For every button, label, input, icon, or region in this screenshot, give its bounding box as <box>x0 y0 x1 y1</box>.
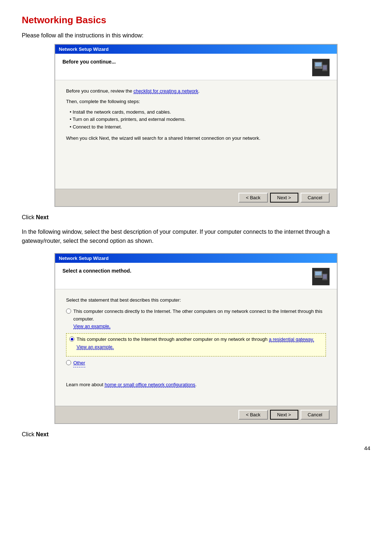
radio-option-2-highlighted: This computer connects to the Internet t… <box>66 333 326 356</box>
next-button-2[interactable]: Next > <box>270 410 298 420</box>
wizard-footer-2: < Back Next > Cancel <box>55 406 337 423</box>
radio-option-1-container: This computer connects directly to the I… <box>66 308 326 330</box>
radio-option-3[interactable]: Other <box>66 359 326 367</box>
wizard-icon-2 <box>312 268 330 285</box>
svg-rect-3 <box>315 68 323 69</box>
radio-option-2[interactable]: This computer connects to the Internet t… <box>69 336 323 351</box>
wizard-body-line3: When you click Next, the wizard will sea… <box>66 135 326 142</box>
svg-rect-5 <box>323 65 327 70</box>
radio-option-3-container: Other <box>66 359 326 367</box>
spacer-2 <box>66 370 326 381</box>
click-next-2: Click Next <box>22 431 370 438</box>
cancel-button-2[interactable]: Cancel <box>301 410 330 420</box>
bullet-1: Install the network cards, modems, and c… <box>70 109 326 116</box>
wizard-titlebar-2: Network Setup Wizard <box>55 254 337 263</box>
residential-gateway-link[interactable]: a residential gateway. <box>269 336 314 342</box>
intro-text: Please follow all the instructions in th… <box>22 32 370 39</box>
radio-option-1-text: This computer connects directly to the I… <box>73 308 326 330</box>
view-example-link-2[interactable]: View an example. <box>77 344 114 350</box>
wizard-header-1: Before you continue... <box>55 54 337 80</box>
wizard-titlebar-1: Network Setup Wizard <box>55 45 337 54</box>
cancel-button-1[interactable]: Cancel <box>301 193 330 203</box>
bullet-2: Turn on all computers, printers, and ext… <box>70 116 326 123</box>
wizard-header-title-1: Before you continue... <box>62 59 116 65</box>
radio-option-3-text: Other <box>73 359 85 367</box>
wizard-body-1: Before you continue, review the checklis… <box>55 80 337 189</box>
network-config-link[interactable]: home or small office network configurati… <box>105 382 195 388</box>
wizard-window-2: Network Setup Wizard Select a connection… <box>54 253 338 424</box>
view-example-link-1[interactable]: View an example. <box>73 323 110 329</box>
radio-circle-1[interactable] <box>66 309 71 314</box>
wizard-body-line1: Before you continue, review the checklis… <box>66 87 326 95</box>
spacer-1 <box>66 145 326 181</box>
wizard-icon-1 <box>312 59 330 76</box>
svg-rect-12 <box>315 277 323 278</box>
wizard-window-1: Network Setup Wizard Before you continue… <box>54 44 338 207</box>
back-button-1[interactable]: < Back <box>238 193 268 203</box>
radio-option-2-text: This computer connects to the Internet t… <box>77 336 314 351</box>
radio-circle-3[interactable] <box>66 360 71 365</box>
page-title: Networking Basics <box>22 15 370 26</box>
wizard-footer-1: < Back Next > Cancel <box>55 189 337 206</box>
wizard-intro: Select the statement that best describes… <box>66 297 326 304</box>
wizard-footer-text: Learn more about home or small office ne… <box>66 381 326 389</box>
page-number: 44 <box>22 445 370 451</box>
next-button-1[interactable]: Next > <box>270 193 298 203</box>
radio-circle-2[interactable] <box>69 336 74 342</box>
checklist-link[interactable]: checklist for creating a network <box>134 88 198 94</box>
bullet-3: Connect to the Internet. <box>70 123 326 131</box>
radio-option-1[interactable]: This computer connects directly to the I… <box>66 308 326 330</box>
description-text: In the following window, select the best… <box>22 227 370 246</box>
wizard-header-2: Select a connection method. <box>55 263 337 289</box>
wizard-body-2: Select the statement that best describes… <box>55 289 337 406</box>
wizard-header-title-2: Select a connection method. <box>62 268 131 274</box>
click-next-1: Click Next <box>22 214 370 221</box>
wizard-body-line2: Then, complete the following steps: <box>66 98 326 106</box>
svg-rect-14 <box>323 274 327 279</box>
back-button-2[interactable]: < Back <box>238 410 268 420</box>
wizard-bullets: Install the network cards, modems, and c… <box>70 109 326 131</box>
spacer-3 <box>66 391 326 399</box>
